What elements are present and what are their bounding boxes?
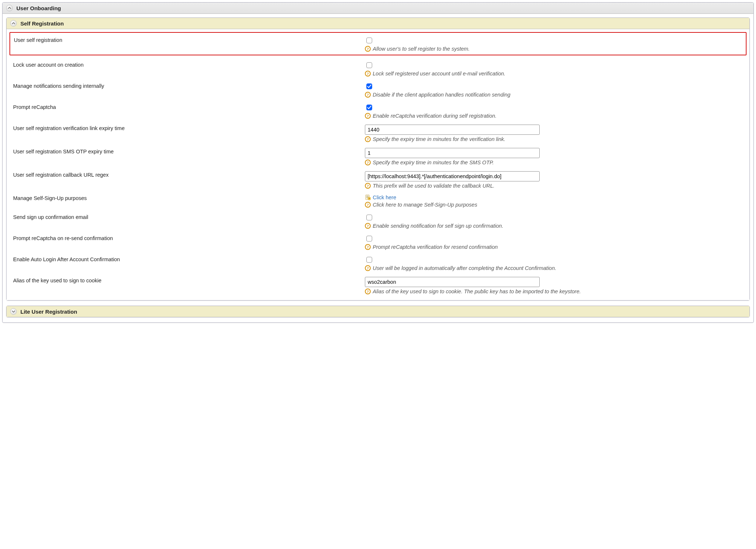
hint-lock-on-creation: Lock self registered user account until … [373,71,505,77]
label-sms-expiry: User self registration SMS OTP expiry ti… [9,148,363,154]
help-icon [365,46,371,52]
self-registration-header[interactable]: Self Registration [7,18,749,29]
checkbox-lock-on-creation[interactable] [366,62,372,68]
input-cookie-alias[interactable] [365,277,540,287]
field-prompt-recaptcha: Prompt reCaptcha Enable reCaptcha verifi… [9,98,747,119]
field-callback-regex: User self registration callback URL rege… [9,165,747,189]
input-callback-regex[interactable] [365,171,540,181]
link-manage-purposes[interactable]: Click here [373,195,396,200]
label-send-confirm-email: Send sign up confirmation email [9,213,363,220]
checkbox-user-self-registration[interactable] [366,38,372,43]
self-registration-body: User self registration Allow user's to s… [7,32,749,300]
label-recaptcha-resend: Prompt reCaptcha on re-send confirmation [9,235,363,241]
lite-user-registration-title: Lite User Registration [20,309,77,315]
label-prompt-recaptcha: Prompt reCaptcha [9,103,363,110]
label-lock-on-creation: Lock user account on creation [9,61,363,68]
field-user-self-registration: User self registration Allow user's to s… [9,32,747,55]
help-icon [365,136,371,142]
document-add-icon [365,195,371,200]
label-auto-login: Enable Auto Login After Account Confirma… [9,256,363,262]
self-registration-title: Self Registration [20,20,64,27]
field-auto-login: Enable Auto Login After Account Confirma… [9,250,747,271]
field-send-confirm-email: Send sign up confirmation email Enable s… [9,208,747,229]
help-icon [365,160,371,165]
self-registration-panel: Self Registration User self registration… [6,17,750,301]
help-icon [365,183,371,189]
user-onboarding-body: Self Registration User self registration… [3,14,753,322]
field-manage-purposes: Manage Self-Sign-Up purposes Click here … [9,189,747,208]
label-link-expiry: User self registration verification link… [9,125,363,131]
hint-recaptcha-resend: Prompt reCaptcha verification for resend… [373,244,498,250]
hint-cookie-alias: Alias of the key used to sign to cookie.… [373,289,581,294]
field-cookie-alias: Alias of the key used to sign to cookie … [9,271,747,294]
expand-icon[interactable] [10,308,17,315]
checkbox-prompt-recaptcha[interactable] [366,105,372,110]
hint-prompt-recaptcha: Enable reCaptcha verification during sel… [373,113,497,119]
checkbox-send-confirm-email[interactable] [366,215,372,220]
hint-user-self-registration: Allow user's to self register to the sys… [373,46,470,52]
lite-user-registration-header[interactable]: Lite User Registration [7,306,749,317]
hint-sms-expiry: Specify the expiry time in minutes for t… [373,160,494,165]
input-link-expiry[interactable] [365,125,540,135]
collapse-icon[interactable] [6,5,13,11]
help-icon [365,113,371,119]
input-sms-expiry[interactable] [365,148,540,158]
hint-manage-notifications: Disable if the client application handle… [373,92,511,98]
user-onboarding-panel: User Onboarding Self Registration User s… [2,2,754,323]
label-cookie-alias: Alias of the key used to sign to cookie [9,277,363,283]
collapse-icon[interactable] [10,20,17,27]
field-link-expiry: User self registration verification link… [9,119,747,142]
label-manage-purposes: Manage Self-Sign-Up purposes [9,195,363,201]
hint-auto-login: User will be logged in automatically aft… [373,265,556,271]
help-icon [365,223,371,229]
field-sms-expiry: User self registration SMS OTP expiry ti… [9,142,747,165]
field-manage-notifications: Manage notifications sending internally … [9,77,747,98]
help-icon [365,92,371,98]
label-user-self-registration: User self registration [10,36,363,43]
hint-manage-purposes: Click here to manage Self-Sign-Up purpos… [373,202,477,208]
help-icon [365,244,371,250]
checkbox-manage-notifications[interactable] [366,83,372,89]
label-callback-regex: User self registration callback URL rege… [9,171,363,178]
field-recaptcha-resend: Prompt reCaptcha on re-send confirmation… [9,229,747,250]
checkbox-recaptcha-resend[interactable] [366,236,372,242]
hint-send-confirm-email: Enable sending notification for self sig… [373,223,504,229]
user-onboarding-title: User Onboarding [16,5,61,11]
help-icon [365,265,371,271]
help-icon [365,289,371,294]
help-icon [365,71,371,77]
label-manage-notifications: Manage notifications sending internally [9,82,363,89]
user-onboarding-header[interactable]: User Onboarding [3,3,753,14]
field-lock-on-creation: Lock user account on creation Lock self … [9,55,747,77]
hint-callback-regex: This prefix will be used to validate the… [373,183,495,189]
lite-user-registration-panel: Lite User Registration [6,306,750,317]
checkbox-auto-login[interactable] [366,257,372,263]
help-icon [365,202,371,208]
hint-link-expiry: Specify the expiry time in minutes for t… [373,136,505,142]
